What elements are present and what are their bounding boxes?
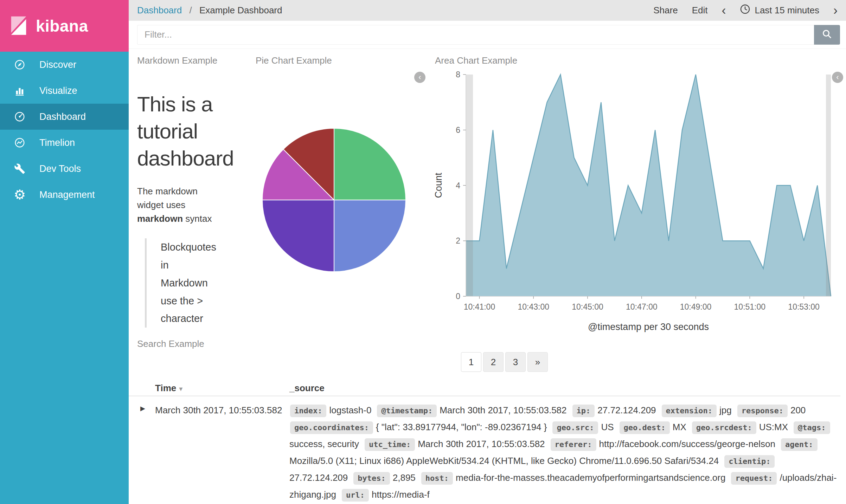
field-key-badge[interactable]: geo.coordinates: bbox=[290, 421, 373, 434]
field-value: { "lat": 33.89177944, "lon": -89.0236719… bbox=[376, 422, 547, 432]
kibana-logo[interactable]: kibana bbox=[0, 0, 129, 52]
field-key-badge[interactable]: geo.srcdest: bbox=[692, 421, 756, 434]
sidebar-item-label: Visualize bbox=[39, 85, 77, 96]
time-range-label: Last 15 minutes bbox=[755, 5, 819, 16]
sidebar-item-dev-tools[interactable]: Dev Tools bbox=[0, 156, 129, 182]
field-key-badge[interactable]: clientip: bbox=[724, 455, 775, 468]
area-series-fill[interactable] bbox=[466, 75, 831, 296]
pagination-page-3-button[interactable]: 3 bbox=[505, 352, 526, 372]
sidebar-item-label: Dev Tools bbox=[39, 163, 81, 174]
field-value: 2,895 bbox=[393, 472, 416, 483]
x-axis-tick-label: 10:43:00 bbox=[518, 302, 549, 311]
time-picker-button[interactable]: Last 15 minutes bbox=[740, 4, 819, 17]
expand-row-icon[interactable]: ▶ bbox=[140, 405, 145, 412]
dashboard-content: Markdown Example Pie Chart Example Area … bbox=[129, 49, 846, 504]
chevron-left-icon[interactable]: ‹ bbox=[722, 4, 726, 17]
markdown-paragraph: The markdown widget uses markdown syntax bbox=[137, 185, 219, 226]
dashboard-icon bbox=[0, 111, 39, 123]
field-key-badge[interactable]: host: bbox=[421, 472, 453, 485]
y-axis-title: Count bbox=[433, 173, 444, 198]
field-key-badge[interactable]: geo.src: bbox=[552, 421, 598, 434]
pie-panel-collapse-button[interactable]: ‹ bbox=[414, 72, 425, 83]
field-key-badge[interactable]: response: bbox=[737, 405, 788, 417]
y-axis-tick-label: 2 bbox=[456, 236, 460, 245]
timelion-icon bbox=[0, 137, 39, 149]
pie-slice-blue[interactable] bbox=[334, 200, 406, 272]
field-key-badge[interactable]: utc_time: bbox=[365, 438, 415, 451]
filter-search-button[interactable] bbox=[814, 25, 840, 45]
field-key-badge[interactable]: bytes: bbox=[353, 472, 390, 485]
area-chart[interactable]: 0246810:41:0010:43:0010:45:0010:47:0010:… bbox=[431, 66, 846, 341]
sidebar: kibana DiscoverVisualizeDashboardTimelio… bbox=[0, 0, 129, 504]
table-body: ▶March 30th 2017, 10:55:03.582index:logs… bbox=[129, 396, 840, 504]
sidebar-item-label: Discover bbox=[39, 59, 76, 70]
x-axis-tick-label: 10:51:00 bbox=[734, 302, 766, 311]
field-key-badge[interactable]: extension: bbox=[662, 405, 717, 417]
table-header-row: Time▾ _source bbox=[129, 379, 840, 396]
y-axis-tick-label: 8 bbox=[456, 70, 460, 79]
panel-title-search: Search Example bbox=[137, 338, 204, 349]
discover-icon bbox=[0, 59, 39, 71]
sidebar-item-label: Dashboard bbox=[39, 111, 86, 122]
field-value: success, security bbox=[289, 439, 359, 449]
x-axis-tick-label: 10:45:00 bbox=[572, 302, 603, 311]
field-value: https://media-f bbox=[372, 489, 430, 500]
management-icon: ⚙ bbox=[0, 188, 39, 201]
x-axis-tick-label: 10:49:00 bbox=[680, 302, 712, 311]
field-key-badge[interactable]: index: bbox=[290, 405, 326, 417]
field-value: 27.72.124.209 bbox=[597, 405, 656, 415]
sidebar-item-discover[interactable]: Discover bbox=[0, 52, 129, 78]
table-row: ▶March 30th 2017, 10:55:03.582index:logs… bbox=[129, 396, 840, 504]
breadcrumb-separator: / bbox=[189, 5, 192, 15]
field-key-badge[interactable]: ip: bbox=[572, 405, 595, 417]
topbar: Dashboard / Example Dashboard Share Edit… bbox=[129, 0, 846, 21]
panel-title-pie: Pie Chart Example bbox=[256, 55, 332, 66]
edit-button[interactable]: Edit bbox=[692, 5, 708, 16]
filter-bar bbox=[129, 21, 846, 49]
x-axis-tick-label: 10:47:00 bbox=[626, 302, 658, 311]
clock-icon bbox=[740, 4, 750, 17]
pagination-next-button[interactable]: » bbox=[527, 352, 548, 372]
breadcrumb-link-dashboard[interactable]: Dashboard bbox=[137, 5, 182, 15]
breadcrumb: Dashboard / Example Dashboard bbox=[137, 5, 282, 16]
field-value: media-for-the-masses.theacademyofperform… bbox=[456, 472, 725, 483]
source-cell: index:logstash-0@timestamp:March 30th 20… bbox=[289, 402, 840, 503]
kibana-logo-text: kibana bbox=[36, 17, 88, 35]
pagination-page-1-button[interactable]: 1 bbox=[461, 352, 481, 372]
pie-slice-green[interactable] bbox=[334, 128, 406, 200]
chevron-right-icon[interactable]: › bbox=[833, 4, 838, 17]
sidebar-item-dashboard[interactable]: Dashboard bbox=[0, 104, 129, 130]
field-key-badge[interactable]: request: bbox=[731, 472, 777, 485]
search-table: Time▾ _source ▶March 30th 2017, 10:55:03… bbox=[129, 379, 840, 504]
pagination-page-2-button[interactable]: 2 bbox=[483, 352, 504, 372]
kibana-logo-icon bbox=[8, 14, 30, 38]
field-key-badge[interactable]: @tags: bbox=[794, 421, 830, 434]
visualize-icon bbox=[0, 85, 39, 97]
pie-slice-purple[interactable] bbox=[262, 200, 334, 272]
y-axis-tick-label: 6 bbox=[456, 125, 460, 135]
field-value: http://facebook.com/success/george-nelso… bbox=[599, 439, 776, 449]
x-axis-title: @timestamp per 30 seconds bbox=[588, 322, 709, 332]
sidebar-item-timelion[interactable]: Timelion bbox=[0, 130, 129, 156]
share-button[interactable]: Share bbox=[653, 5, 678, 16]
y-axis-tick-label: 0 bbox=[456, 292, 460, 301]
y-axis-tick-label: 4 bbox=[456, 181, 460, 190]
time-column-header[interactable]: Time▾ bbox=[155, 383, 182, 394]
field-value: logstash-0 bbox=[329, 405, 371, 415]
sort-desc-icon: ▾ bbox=[179, 385, 182, 393]
pie-chart[interactable] bbox=[261, 127, 407, 273]
field-key-badge[interactable]: agent: bbox=[781, 438, 817, 451]
sidebar-item-visualize[interactable]: Visualize bbox=[0, 78, 129, 104]
field-key-badge[interactable]: @timestamp: bbox=[377, 405, 437, 417]
field-key-badge[interactable]: referer: bbox=[551, 438, 596, 451]
field-value: jpg bbox=[719, 405, 732, 415]
source-column-header: _source bbox=[289, 383, 325, 394]
magnifier-icon bbox=[822, 29, 832, 40]
markdown-heading: This is a tutorial dashboard bbox=[137, 91, 264, 172]
sidebar-item-management[interactable]: ⚙Management bbox=[0, 182, 129, 208]
field-key-badge[interactable]: geo.dest: bbox=[620, 421, 670, 434]
field-value: Mozilla/5.0 (X11; Linux i686) AppleWebKi… bbox=[289, 455, 719, 466]
dev-tools-icon bbox=[0, 163, 39, 174]
filter-input[interactable] bbox=[137, 25, 814, 45]
field-key-badge[interactable]: url: bbox=[342, 489, 369, 502]
